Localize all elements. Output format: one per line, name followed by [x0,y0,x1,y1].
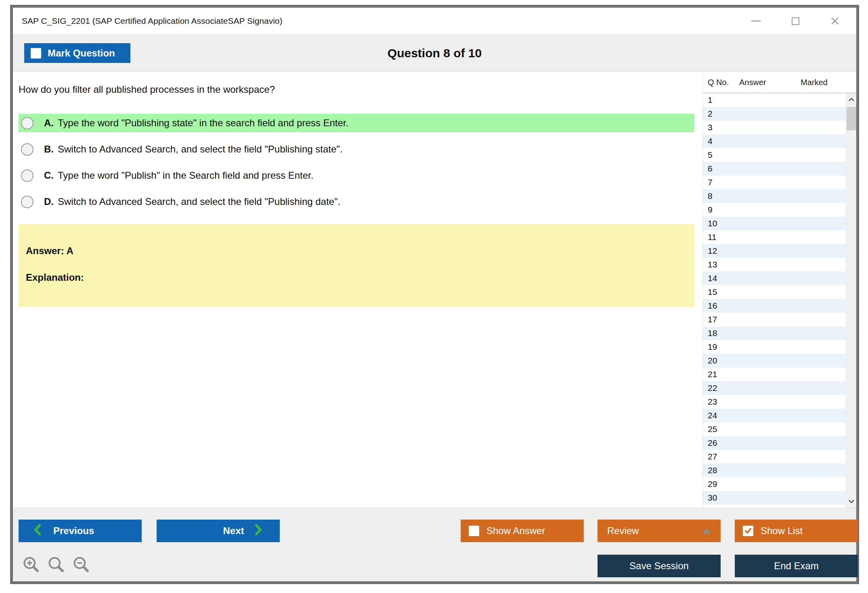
question-list-row[interactable]: 24 [703,409,846,422]
option-row-c[interactable]: C. Type the word "Publish" in the Search… [19,166,694,185]
zoom-reset-icon[interactable] [47,556,66,576]
question-list-row[interactable]: 15 [703,285,846,299]
question-list-row[interactable]: 4 [703,134,846,148]
end-exam-button[interactable]: End Exam [735,555,858,577]
option-row-b[interactable]: B. Switch to Advanced Search, and select… [19,140,694,159]
question-list-row[interactable]: 7 [703,175,846,189]
question-counter: Question 8 of 10 [13,34,856,72]
explanation-label: Explanation: [26,272,694,283]
header-band: Mark Question Question 8 of 10 [13,34,856,72]
question-list-row[interactable]: 12 [703,244,846,258]
question-list-row[interactable]: 26 [703,436,846,450]
scroll-up-icon[interactable] [846,94,856,105]
zoom-in-icon[interactable] [22,556,41,576]
question-number: 24 [708,411,717,420]
question-list-row[interactable]: 10 [703,217,846,230]
question-number: 20 [708,356,717,365]
title-bar: SAP C_SIG_2201 (SAP Certified Applicatio… [13,8,856,34]
question-list-row[interactable]: 17 [703,313,846,326]
show-list-button[interactable]: Show List [735,520,858,542]
question-list-row[interactable]: 3 [703,121,846,134]
question-list-row[interactable]: 19 [703,340,846,354]
main-area: How do you filter all published processe… [13,72,856,508]
footer-bar: Previous Next Show Answer Review Show Li… [13,508,856,581]
question-list-row[interactable]: 21 [703,367,846,381]
question-list-row[interactable]: 22 [703,381,846,395]
mark-question-button[interactable]: Mark Question [24,43,130,63]
question-list-row[interactable]: 2 [703,107,846,121]
scroll-down-icon[interactable] [846,496,856,507]
column-header-marked: Marked [801,78,856,87]
show-list-label: Show List [761,525,803,537]
exam-window: SAP C_SIG_2201 (SAP Certified Applicatio… [10,5,859,584]
question-number: 28 [708,466,717,475]
question-list-row[interactable]: 23 [703,395,846,409]
question-panel: How do you filter all published processe… [13,72,702,508]
question-list-row[interactable]: 13 [703,258,846,271]
option-row-d[interactable]: D. Switch to Advanced Search, and select… [19,192,694,211]
minimize-icon[interactable] [751,16,761,26]
option-text: Type the word "Publish" in the Search fi… [58,170,313,181]
question-text: How do you filter all published processe… [19,84,702,95]
question-list-row[interactable]: 20 [703,354,846,367]
previous-label: Previous [53,525,94,537]
answer-label: Answer: A [26,245,694,257]
radio-button[interactable] [21,169,34,182]
next-button[interactable]: Next [157,520,280,542]
option-text: Switch to Advanced Search, and select th… [58,196,340,207]
next-label: Next [223,525,244,537]
question-list-row[interactable]: 5 [703,148,846,162]
maximize-icon[interactable] [790,16,801,26]
show-answer-checkbox[interactable] [469,526,479,536]
question-list-row[interactable]: 18 [703,326,846,340]
previous-button[interactable]: Previous [19,520,142,542]
question-list-row[interactable]: 29 [703,477,846,491]
question-number: 22 [708,383,717,393]
mark-question-label: Mark Question [48,48,115,59]
question-list-row[interactable]: 11 [703,230,846,244]
question-list-row[interactable]: 14 [703,271,846,285]
option-letter: C. [44,170,54,181]
question-list-scrollbar[interactable] [846,93,856,508]
triangle-up-icon [702,528,711,534]
chevron-right-icon [255,524,262,538]
save-session-button[interactable]: Save Session [598,555,721,577]
radio-button[interactable] [21,143,34,156]
question-list-row[interactable]: 8 [703,189,846,203]
question-list-row[interactable]: 28 [703,464,846,477]
question-number: 27 [708,452,717,461]
show-answer-button[interactable]: Show Answer [461,520,584,542]
question-list: 1234567891011121314151617181920212223242… [703,93,846,508]
option-letter: B. [44,144,54,155]
option-row-a[interactable]: A. Type the word "Publishing state" in t… [19,114,694,132]
window-title: SAP C_SIG_2201 (SAP Certified Applicatio… [13,16,283,26]
mark-question-checkbox[interactable] [31,48,41,58]
column-header-qno: Q No. [703,78,739,87]
question-number: 4 [708,136,713,146]
show-answer-label: Show Answer [486,525,545,537]
window-controls [751,8,840,34]
question-number: 19 [708,342,717,351]
close-icon[interactable] [830,16,840,26]
option-letter: D. [44,196,54,207]
radio-button[interactable] [21,196,34,208]
question-list-row[interactable]: 25 [703,422,846,436]
option-text: Switch to Advanced Search, and select th… [58,144,342,155]
review-button[interactable]: Review [598,520,721,542]
question-number: 25 [708,424,717,434]
radio-button[interactable] [21,117,34,129]
question-list-row[interactable]: 6 [703,162,846,175]
question-list-row[interactable]: 1 [703,93,846,107]
question-list-row[interactable]: 27 [703,450,846,464]
question-number: 26 [708,438,717,447]
question-list-wrap: 1234567891011121314151617181920212223242… [703,93,856,508]
question-number: 10 [708,219,717,228]
scrollbar-thumb[interactable] [847,107,856,130]
zoom-out-icon[interactable] [72,556,91,576]
question-list-row[interactable]: 30 [703,491,846,505]
question-list-row[interactable]: 16 [703,299,846,313]
question-list-row[interactable]: 9 [703,203,846,217]
question-number: 21 [708,370,717,379]
question-number: 30 [708,493,717,502]
show-list-checkbox[interactable] [743,526,753,536]
